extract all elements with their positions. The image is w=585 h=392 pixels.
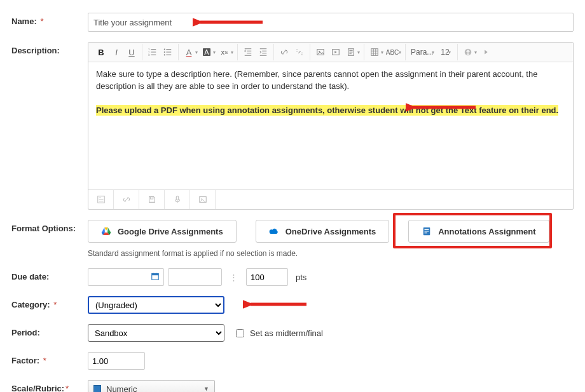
scale-select[interactable]: Numeric ▼: [88, 380, 215, 392]
italic-button[interactable]: I: [109, 44, 124, 60]
expand-button[interactable]: [478, 44, 493, 60]
ordered-list-button[interactable]: 123: [145, 44, 160, 60]
label-factor-text: Factor:: [11, 356, 39, 365]
resource-caret[interactable]: ▾: [357, 50, 360, 55]
underline-button[interactable]: U: [124, 44, 139, 60]
field-name: [88, 13, 574, 32]
required-mark: *: [40, 17, 43, 26]
rte-toolbar: B I U 123 A▾ A▾ xS▾: [88, 43, 573, 62]
field-description: B I U 123 A▾ A▾ xS▾: [88, 42, 574, 210]
field-scale: Numeric ▼: [88, 380, 574, 392]
link-button[interactable]: [277, 44, 292, 60]
spellcheck-button[interactable]: ABC: [385, 44, 400, 60]
midterm-final-row[interactable]: Set as midterm/final: [233, 327, 323, 339]
midterm-final-label: Set as midterm/final: [250, 328, 323, 338]
label-due-date: Due date:: [11, 268, 88, 281]
table-button[interactable]: [367, 44, 382, 60]
factor-input[interactable]: [88, 352, 145, 370]
accessibility-caret[interactable]: ▾: [474, 50, 477, 55]
indent-button[interactable]: [256, 44, 271, 60]
annotations-assignment-button[interactable]: Annotations Assignment: [408, 220, 549, 243]
row-scale: Scale/Rubric:* Numeric ▼: [11, 380, 574, 392]
rte-tab-save[interactable]: [139, 190, 165, 209]
calendar-icon: [151, 272, 160, 283]
onedrive-assignments-button[interactable]: OneDrive Assignments: [256, 220, 390, 243]
description-highlight: Please upload a PDF when using annotatio…: [96, 105, 558, 116]
onedrive-icon: [269, 226, 279, 236]
svg-text:3: 3: [148, 53, 150, 57]
google-drive-assignments-button[interactable]: Google Drive Assignments: [88, 220, 237, 243]
image-button[interactable]: [313, 44, 328, 60]
scale-color-icon: [93, 385, 101, 392]
label-format-options: Format Options:: [11, 220, 88, 233]
bold-button[interactable]: B: [93, 44, 109, 60]
points-input[interactable]: [246, 268, 288, 286]
label-description-text: Description:: [11, 46, 60, 55]
embed-button[interactable]: [328, 44, 343, 60]
field-period: Sandbox Set as midterm/final: [88, 324, 574, 342]
accessibility-button[interactable]: [460, 44, 476, 60]
svg-marker-25: [102, 227, 105, 233]
label-due-date-text: Due date:: [11, 272, 49, 281]
svg-point-7: [164, 54, 165, 55]
field-due-date: ⋮ pts: [88, 268, 574, 286]
annotations-icon: [422, 226, 432, 236]
required-mark-factor: *: [43, 356, 46, 365]
points-label: pts: [296, 273, 306, 282]
rich-text-editor: B I U 123 A▾ A▾ xS▾: [88, 42, 574, 210]
label-category-text: Category:: [11, 300, 50, 309]
label-description: Description:: [11, 42, 88, 55]
paragraph-style-button[interactable]: Para... ▾: [408, 44, 438, 60]
spellcheck-caret[interactable]: ▾: [399, 50, 401, 55]
name-input[interactable]: [88, 13, 574, 32]
row-factor: Factor: *: [11, 352, 574, 370]
outdent-button[interactable]: [240, 44, 256, 60]
midterm-final-checkbox[interactable]: [236, 329, 244, 337]
rte-tab-1[interactable]: [88, 190, 114, 209]
unordered-list-button[interactable]: [160, 44, 176, 60]
svg-point-14: [467, 50, 469, 51]
row-description: Description: B I U 123 A▾ A▾ xS▾: [11, 42, 574, 210]
required-mark-scale: *: [65, 384, 69, 392]
rte-tab-mic[interactable]: [165, 190, 190, 209]
chevron-down-icon: ▼: [203, 386, 209, 392]
svg-marker-24: [107, 227, 111, 233]
label-scale: Scale/Rubric:*: [11, 380, 88, 392]
rte-bottom-tabs: [88, 189, 573, 209]
label-format-text: Format Options:: [11, 224, 76, 233]
text-color-caret[interactable]: ▾: [195, 50, 198, 55]
rte-body[interactable]: Make sure to type a description here. (R…: [88, 62, 573, 189]
row-due-date: Due date: ⋮ pts: [11, 268, 574, 286]
label-name: Name: *: [11, 13, 88, 26]
text-color-button[interactable]: A: [181, 44, 196, 60]
subscript-caret[interactable]: ▾: [231, 50, 233, 55]
unlink-button[interactable]: [292, 44, 307, 60]
format-note: Standard assignment format is applied if…: [88, 249, 574, 258]
svg-point-5: [164, 49, 165, 50]
resource-button[interactable]: [343, 44, 359, 60]
font-size-button[interactable]: 12 ▾: [438, 44, 454, 60]
svg-rect-17: [176, 196, 179, 200]
table-caret[interactable]: ▾: [381, 50, 383, 55]
field-factor: [88, 352, 574, 370]
label-factor: Factor: *: [11, 352, 88, 365]
category-select[interactable]: (Ungraded): [88, 296, 224, 314]
row-period: Period: Sandbox Set as midterm/final: [11, 324, 574, 342]
row-name: Name: *: [11, 13, 574, 32]
subscript-button[interactable]: xS: [217, 44, 232, 60]
period-select[interactable]: Sandbox: [88, 324, 224, 342]
rte-tab-link[interactable]: [114, 190, 139, 209]
required-mark-category: *: [53, 300, 57, 309]
svg-point-6: [164, 51, 165, 53]
annotations-label: Annotations Assignment: [438, 227, 535, 236]
svg-rect-12: [371, 49, 378, 56]
due-time-input[interactable]: [168, 268, 222, 286]
label-name-text: Name:: [11, 17, 37, 26]
description-text: Make sure to type a description here. (R…: [96, 69, 565, 93]
bg-color-button[interactable]: A: [199, 44, 214, 60]
bg-color-caret[interactable]: ▾: [213, 50, 216, 55]
label-period: Period:: [11, 324, 88, 337]
scale-value: Numeric: [106, 384, 137, 393]
rte-tab-media[interactable]: [190, 190, 216, 209]
due-date-input[interactable]: [88, 268, 164, 286]
